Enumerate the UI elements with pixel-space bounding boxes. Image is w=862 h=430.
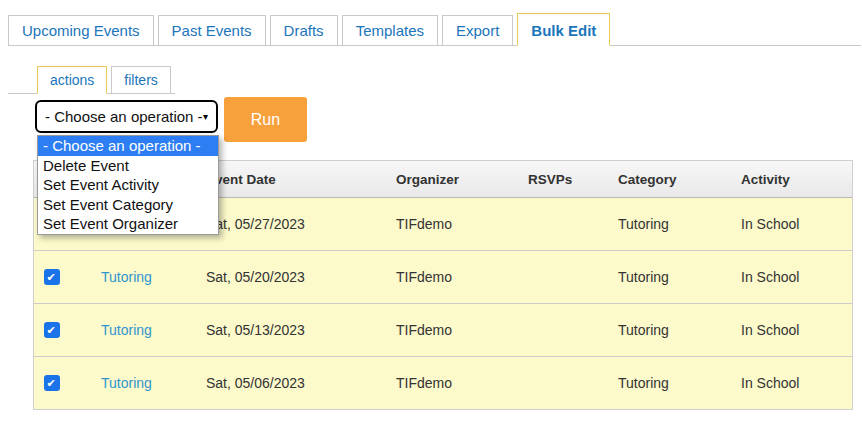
row-checkbox[interactable]	[44, 322, 60, 338]
main-tabs: Upcoming Events Past Events Drafts Templ…	[8, 13, 861, 46]
organizer-cell: TIFdemo	[389, 216, 521, 232]
subtab-filters[interactable]: filters	[111, 66, 170, 94]
activity-cell: In School	[734, 375, 852, 391]
activity-cell: In School	[734, 269, 852, 285]
operation-option[interactable]: Set Event Category	[38, 195, 218, 215]
table-row: Tutoring Sat, 05/20/2023 TIFdemo Tutorin…	[34, 250, 852, 303]
subtab-actions[interactable]: actions	[37, 66, 107, 94]
organizer-cell: TIFdemo	[389, 269, 521, 285]
table-row: Tutoring Sat, 05/06/2023 TIFdemo Tutorin…	[34, 356, 852, 409]
activity-cell: In School	[734, 322, 852, 338]
event-date-cell: Sat, 05/06/2023	[199, 375, 389, 391]
tab-templates[interactable]: Templates	[342, 15, 438, 46]
header-activity: Activity	[734, 172, 852, 187]
tab-bulk-edit[interactable]: Bulk Edit	[517, 13, 610, 46]
operation-select[interactable]: - Choose an operation - ▾	[35, 100, 218, 133]
table-row: Tutoring Sat, 05/13/2023 TIFdemo Tutorin…	[34, 303, 852, 356]
operation-listbox: - Choose an operation - Delete Event Set…	[37, 135, 219, 235]
bulk-edit-page: Upcoming Events Past Events Drafts Templ…	[0, 0, 862, 430]
event-title-link[interactable]: Tutoring	[101, 322, 152, 338]
operation-option[interactable]: Set Event Organizer	[38, 214, 218, 234]
category-cell: Tutoring	[611, 322, 734, 338]
event-title-link[interactable]: Tutoring	[101, 269, 152, 285]
event-date-cell: Sat, 05/27/2023	[199, 216, 389, 232]
activity-cell: In School	[734, 216, 852, 232]
organizer-cell: TIFdemo	[389, 375, 521, 391]
bulk-edit-subtabs: actions filters	[8, 66, 175, 94]
run-button[interactable]: Run	[224, 97, 307, 142]
category-cell: Tutoring	[611, 375, 734, 391]
operation-option[interactable]: Set Event Activity	[38, 175, 218, 195]
operation-select-value: - Choose an operation -	[45, 108, 203, 125]
operation-option[interactable]: Delete Event	[38, 156, 218, 176]
header-rsvps: RSVPs	[521, 172, 611, 187]
category-cell: Tutoring	[611, 216, 734, 232]
event-title-link[interactable]: Tutoring	[101, 375, 152, 391]
header-organizer: Organizer	[389, 172, 521, 187]
tab-drafts[interactable]: Drafts	[270, 15, 338, 46]
header-category: Category	[611, 172, 734, 187]
event-date-cell: Sat, 05/20/2023	[199, 269, 389, 285]
chevron-down-icon: ▾	[203, 111, 208, 122]
tab-upcoming-events[interactable]: Upcoming Events	[8, 15, 154, 46]
header-event-date: Event Date	[199, 172, 389, 187]
organizer-cell: TIFdemo	[389, 322, 521, 338]
tab-past-events[interactable]: Past Events	[158, 15, 266, 46]
row-checkbox[interactable]	[44, 375, 60, 391]
row-checkbox[interactable]	[44, 269, 60, 285]
operation-option[interactable]: - Choose an operation -	[38, 136, 218, 156]
tab-export[interactable]: Export	[442, 15, 513, 46]
event-date-cell: Sat, 05/13/2023	[199, 322, 389, 338]
category-cell: Tutoring	[611, 269, 734, 285]
